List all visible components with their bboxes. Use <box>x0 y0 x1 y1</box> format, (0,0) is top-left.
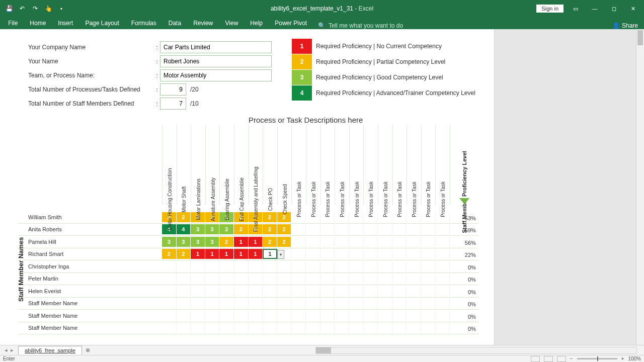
matrix-cell[interactable] <box>335 249 349 259</box>
column-header[interactable]: Final Assembly and Labelling <box>249 125 263 205</box>
column-header[interactable]: Process or Task <box>320 125 335 205</box>
matrix-cell[interactable] <box>335 323 349 333</box>
staff-name[interactable]: Christopher Inga <box>18 263 162 269</box>
company-input[interactable]: Car Parts Limited <box>160 41 272 53</box>
matrix-cell[interactable]: 2 <box>263 212 277 222</box>
sheet-nav[interactable]: ◂▸ <box>0 347 18 353</box>
save-icon[interactable]: 💾 <box>3 3 15 15</box>
matrix-cell[interactable] <box>306 311 320 321</box>
matrix-cell[interactable] <box>177 261 191 272</box>
staff-name[interactable]: William Smith <box>18 214 162 220</box>
matrix-cell[interactable] <box>435 224 450 234</box>
matrix-cell[interactable] <box>378 224 392 234</box>
matrix-cell[interactable] <box>335 298 349 308</box>
matrix-cell[interactable] <box>263 274 277 284</box>
matrix-cell[interactable]: 3 <box>162 237 177 247</box>
matrix-cell[interactable] <box>306 323 320 333</box>
matrix-cell[interactable]: 1 <box>191 249 205 259</box>
vertical-scrollbar[interactable] <box>636 29 644 349</box>
matrix-cell[interactable] <box>421 311 436 321</box>
matrix-cell[interactable] <box>191 274 205 284</box>
matrix-cell[interactable] <box>378 261 392 272</box>
matrix-cell[interactable] <box>349 311 364 321</box>
matrix-cell[interactable]: 1 <box>249 249 263 259</box>
matrix-cell[interactable] <box>421 298 436 308</box>
matrix-cell[interactable] <box>363 311 378 321</box>
undo-icon[interactable]: ↶ <box>16 3 28 15</box>
matrix-cell[interactable] <box>162 311 177 321</box>
matrix-cell[interactable] <box>306 286 320 296</box>
matrix-cell[interactable] <box>306 261 320 272</box>
name-input[interactable]: Robert Jones <box>160 55 272 67</box>
matrix-cell[interactable] <box>177 298 191 308</box>
matrix-cell[interactable] <box>219 323 234 333</box>
column-header[interactable]: Process or Task <box>407 125 421 205</box>
normal-view-icon[interactable] <box>531 356 540 362</box>
staff-name[interactable]: Staff Member Name <box>18 325 162 331</box>
matrix-cell[interactable] <box>263 261 277 272</box>
column-header[interactable]: Process or Task <box>421 125 436 205</box>
matrix-cell[interactable] <box>363 298 378 308</box>
column-header[interactable]: Process or Task <box>306 125 320 205</box>
matrix-cell[interactable] <box>378 311 392 321</box>
matrix-cell[interactable]: 1▾ <box>263 249 277 259</box>
column-header[interactable]: Check Speed <box>277 125 292 205</box>
worksheet[interactable]: Your Company Name : Car Parts Limited Yo… <box>0 29 494 349</box>
matrix-cell[interactable]: 2 <box>219 237 234 247</box>
matrix-cell[interactable] <box>421 237 436 247</box>
matrix-cell[interactable] <box>219 311 234 321</box>
redo-icon[interactable]: ↷ <box>29 3 41 15</box>
ribbon-tab-formulas[interactable]: Formulas <box>125 18 163 29</box>
staff-name[interactable]: Richard Smart <box>18 251 162 257</box>
matrix-cell[interactable] <box>177 286 191 296</box>
matrix-cell[interactable] <box>392 274 407 284</box>
matrix-cell[interactable] <box>263 298 277 308</box>
matrix-cell[interactable] <box>191 323 205 333</box>
matrix-cell[interactable] <box>378 323 392 333</box>
matrix-cell[interactable] <box>320 224 335 234</box>
matrix-cell[interactable] <box>291 286 306 296</box>
team-input[interactable]: Motor Assembly <box>160 69 272 81</box>
matrix-cell[interactable] <box>407 311 421 321</box>
matrix-cell[interactable] <box>249 274 263 284</box>
matrix-cell[interactable] <box>306 274 320 284</box>
matrix-cell[interactable] <box>435 298 450 308</box>
matrix-cell[interactable]: 1 <box>249 237 263 247</box>
matrix-cell[interactable] <box>277 323 292 333</box>
dropdown-icon[interactable]: ▾ <box>277 250 284 259</box>
staff-name[interactable]: Staff Member Name <box>18 313 162 319</box>
column-header[interactable]: End Cap Assemblie <box>234 125 249 205</box>
matrix-cell[interactable] <box>291 249 306 259</box>
column-header[interactable]: Check PO <box>263 125 277 205</box>
matrix-cell[interactable]: 2 <box>162 249 177 259</box>
matrix-cell[interactable] <box>234 323 249 333</box>
staff-name[interactable]: Helen Everist <box>18 288 162 294</box>
matrix-cell[interactable] <box>407 224 421 234</box>
matrix-cell[interactable] <box>421 261 436 272</box>
matrix-cell[interactable] <box>392 237 407 247</box>
matrix-cell[interactable] <box>407 323 421 333</box>
sheet-tab[interactable]: ability6_free_sample <box>18 346 82 354</box>
touch-icon[interactable]: 👆 <box>42 3 54 15</box>
matrix-cell[interactable] <box>435 311 450 321</box>
matrix-cell[interactable] <box>421 249 436 259</box>
page-break-view-icon[interactable] <box>557 356 566 362</box>
staff-name[interactable]: Anita Roberts <box>18 226 162 232</box>
matrix-cell[interactable] <box>249 311 263 321</box>
ribbon-tab-page-layout[interactable]: Page Layout <box>79 18 125 29</box>
matrix-cell[interactable] <box>263 311 277 321</box>
matrix-cell[interactable] <box>378 274 392 284</box>
matrix-cell[interactable] <box>335 261 349 272</box>
matrix-cell[interactable] <box>349 237 364 247</box>
ribbon-tab-review[interactable]: Review <box>187 18 219 29</box>
ribbon-tab-file[interactable]: File <box>2 18 24 29</box>
column-header[interactable]: Bearing Assemblie <box>219 125 234 205</box>
matrix-cell[interactable] <box>349 298 364 308</box>
matrix-cell[interactable] <box>205 323 220 333</box>
matrix-cell[interactable] <box>249 261 263 272</box>
matrix-cell[interactable] <box>162 274 177 284</box>
matrix-cell[interactable] <box>378 249 392 259</box>
matrix-cell[interactable] <box>435 286 450 296</box>
matrix-cell[interactable] <box>363 274 378 284</box>
qat-dropdown-icon[interactable]: ▾ <box>55 3 67 15</box>
